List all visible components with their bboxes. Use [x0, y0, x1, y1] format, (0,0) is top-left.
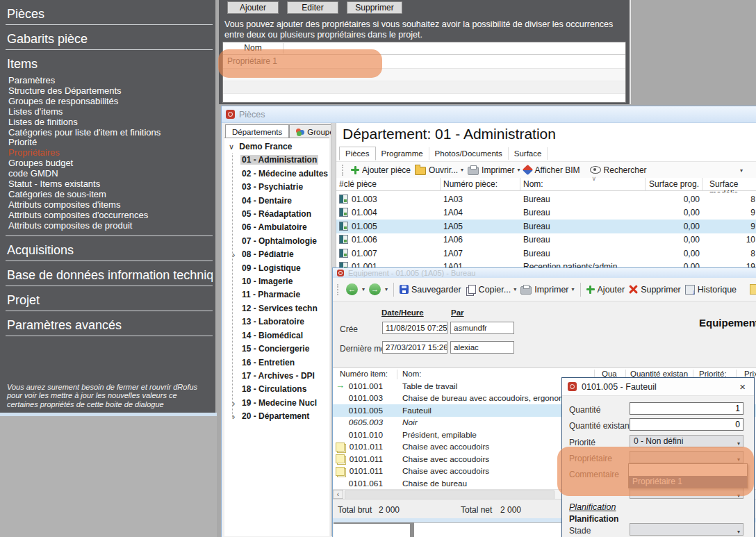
toolbar-grip[interactable] — [337, 284, 340, 295]
chevron-down-icon[interactable]: ▾ — [385, 286, 388, 292]
tree-root-demo-france[interactable]: ∨ Demo France — [224, 140, 329, 154]
tree-item-02[interactable]: 02 - Médecine adultes — [242, 167, 329, 181]
column-surface-prog[interactable]: Surface prog. — [646, 178, 702, 190]
equipment-titlebar[interactable]: Equipement - 01.005 (1A05) - Bureau — [333, 268, 756, 279]
piece-row[interactable]: 01.003 1A03 Bureau 0,00 8 — [336, 192, 756, 207]
delete-button[interactable]: Supprimer — [629, 285, 681, 295]
piece-row[interactable]: 01.006 1A06 Bureau 0,00 10 — [336, 233, 756, 248]
tree-item-05[interactable]: 05 - Réadaptation — [242, 208, 329, 221]
modified-by-field[interactable]: alexiac — [450, 341, 514, 354]
add-button[interactable]: Ajouter — [586, 285, 625, 295]
column-header-nom[interactable]: Nom — [223, 43, 284, 53]
sidebar-item-proprietaires[interactable]: Propriétaires — [8, 148, 215, 158]
close-icon[interactable]: × — [737, 381, 748, 393]
toolbar-grip[interactable] — [342, 165, 345, 176]
tree-item-15[interactable]: 15 - Conciergerie — [242, 342, 329, 356]
tab-departements[interactable]: Départements — [225, 124, 289, 138]
created-by-field[interactable]: asmundfr — [450, 322, 514, 334]
modified-date-field[interactable]: 27/03/2017 15:26 — [382, 341, 447, 354]
tree-item-13[interactable]: 13 - Laboratoire — [242, 315, 329, 329]
column-item-number[interactable]: Numéro item: — [340, 370, 388, 378]
sidebar-heading-projet[interactable]: Projet — [6, 293, 213, 311]
sidebar-item-parametres[interactable]: Paramètres — [8, 76, 215, 86]
tree-expand-closed-icon[interactable]: › — [232, 248, 235, 261]
open-button[interactable]: Ouvrir...▾ — [415, 165, 463, 175]
show-bim-button[interactable]: Afficher BIM — [524, 165, 580, 175]
tree-item-04[interactable]: 04 - Dentaire — [242, 195, 329, 208]
column-surface-model[interactable]: Surface modélis — [702, 178, 756, 190]
tree-expand-closed-icon[interactable]: › — [232, 410, 235, 423]
tree-expand-closed-icon[interactable]: › — [232, 397, 235, 410]
sidebar-item-groupes-responsabilites[interactable]: Groupes de responsabilités — [8, 97, 215, 107]
tree-item-12[interactable]: 12 - Services techn — [242, 302, 329, 315]
print-button[interactable]: Imprimer▾ — [520, 285, 574, 295]
tree-item-14[interactable]: 14 - Biomédical — [242, 329, 329, 342]
sidebar-item-code-gmdn[interactable]: code GMDN — [8, 169, 215, 179]
sidebar-item-listes-items[interactable]: Listes d'items — [8, 107, 215, 117]
column-key[interactable]: #clé pièce — [336, 178, 441, 190]
sidebar-item-listes-finitions[interactable]: Listes de finitions — [8, 117, 215, 128]
column-item-name[interactable]: Nom: — [402, 370, 421, 378]
owner-select[interactable]: ▾ — [630, 451, 743, 463]
pieces-titlebar[interactable]: Pièces — [222, 106, 756, 123]
owner-row-proprietaire-1[interactable]: Propriétaire 1 — [223, 55, 625, 69]
tab-surface[interactable]: Surface — [509, 147, 548, 160]
sidebar-item-structure-departements[interactable]: Structure des Départements — [8, 86, 215, 97]
tree-item-07[interactable]: 07 - Ophtalmologie — [242, 235, 329, 248]
add-owner-button[interactable]: Ajouter — [227, 1, 279, 14]
tree-item-06[interactable]: 06 - Ambulatoire — [242, 221, 329, 234]
quantity-existing-field[interactable] — [630, 418, 743, 431]
tree-item-09[interactable]: 09 - Logistique — [242, 262, 329, 275]
piece-row[interactable]: 01.004 1A04 Bureau 0,00 9 — [336, 206, 756, 221]
sidebar-item-attr-items[interactable]: Attributs composites d'items — [8, 200, 215, 210]
sidebar-heading-pieces[interactable]: Pièces — [6, 7, 213, 25]
sidebar-item-priorite[interactable]: Priorité — [8, 138, 215, 148]
column-name[interactable]: Nom:∨ — [520, 178, 646, 190]
dialog-titlebar[interactable]: 0101.005 - Fauteuil × — [562, 378, 754, 396]
comment-select[interactable]: ▾ — [630, 488, 743, 499]
add-piece-button[interactable]: Ajouter pièce — [351, 165, 411, 175]
scroll-left-button[interactable]: ‹ — [333, 490, 343, 499]
sidebar-heading-acquisitions[interactable]: Acquisitions — [6, 243, 213, 261]
tree-item-17[interactable]: 17 - Archives - DPI — [242, 370, 329, 383]
edit-owner-button[interactable]: Editer — [287, 1, 338, 14]
tree-item-08[interactable]: ›08 - Pédiatrie — [242, 248, 329, 261]
tab-pieces[interactable]: Pièces — [339, 147, 376, 160]
quantity-field[interactable] — [630, 402, 743, 415]
sidebar-item-categories-sous-item[interactable]: Catégories de sous-item — [8, 190, 215, 200]
stade-select[interactable]: ▾ — [630, 523, 743, 536]
piece-row[interactable]: 01.007 1A07 Bureau 0,00 8 — [336, 247, 756, 261]
history-button[interactable]: Historique — [685, 285, 737, 295]
sidebar-heading-bdd-technique[interactable]: Base de données information technique — [6, 268, 213, 286]
chevron-down-icon[interactable]: ▾ — [362, 286, 365, 292]
tree-item-20[interactable]: ›20 - Département — [242, 410, 329, 423]
sidebar-item-attr-produit[interactable]: Attributs composites de produit — [8, 221, 215, 231]
tree-expand-open-icon[interactable]: ∨ — [229, 140, 237, 154]
tree-item-01-administration[interactable]: 01 - Administration — [242, 154, 329, 167]
sidebar-item-attr-occurrences[interactable]: Attributs composites d'occurrences — [8, 210, 215, 221]
created-date-field[interactable]: 11/08/2015 07:25 — [382, 322, 447, 334]
back-button[interactable]: ← — [346, 283, 358, 295]
sidebar-item-groupes-budget[interactable]: Groupes budget — [8, 158, 215, 169]
sidebar-item-categories-listes[interactable]: Catégories pour liste d'item et finition… — [8, 128, 215, 138]
priority-select[interactable]: 0 - Non défini▾ — [630, 435, 743, 447]
piece-row-selected[interactable]: 01.005 1A05 Bureau 0,00 9 — [336, 220, 756, 234]
copy-button[interactable]: Copier...▾ — [466, 285, 517, 295]
dropdown-option-empty[interactable] — [629, 464, 747, 476]
tree-item-11[interactable]: 11 - Pharmacie — [242, 288, 329, 301]
print-button[interactable]: Imprimer▾ — [468, 165, 520, 175]
sidebar-item-statut-items[interactable]: Statut - Items existants — [8, 179, 215, 190]
tree-item-16[interactable]: 16 - Entretien — [242, 356, 329, 370]
tree-item-10[interactable]: 10 - Imagerie — [242, 275, 329, 288]
tree-item-19[interactable]: ›19 - Medecine Nucl — [242, 397, 329, 410]
dropdown-option-proprietaire-1[interactable]: Propriétaire 1 — [629, 476, 747, 488]
chevron-down-icon[interactable]: ▾ — [740, 167, 743, 174]
clipped-toolbar-icon[interactable] — [750, 284, 756, 295]
delete-owner-button[interactable]: Supprimer — [347, 1, 402, 14]
sidebar-heading-items[interactable]: Items — [6, 57, 213, 74]
tree-item-18[interactable]: 18 - Circulations — [242, 383, 329, 396]
tab-photos-documents[interactable]: Photos/Documents — [429, 147, 509, 160]
save-button[interactable]: Sauvegarder — [400, 285, 461, 295]
forward-button[interactable]: → — [369, 283, 381, 295]
search-button[interactable]: Rechercher — [590, 165, 647, 175]
